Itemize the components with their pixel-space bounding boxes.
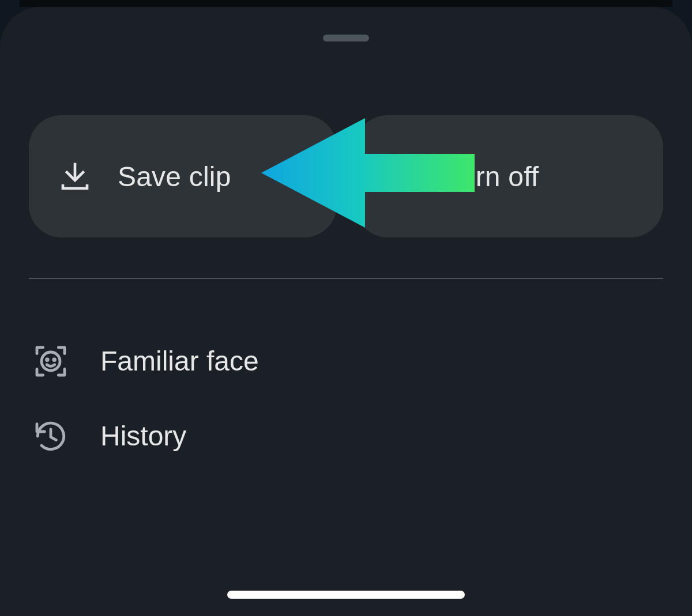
history-item[interactable]: History bbox=[29, 399, 663, 474]
options-list: Familiar face History bbox=[29, 324, 663, 474]
familiar-face-item[interactable]: Familiar face bbox=[29, 324, 663, 399]
save-clip-button[interactable]: Save clip bbox=[29, 115, 337, 237]
power-icon bbox=[385, 160, 418, 192]
history-icon bbox=[32, 418, 69, 455]
svg-point-1 bbox=[47, 359, 48, 361]
history-label: History bbox=[100, 420, 186, 452]
home-indicator[interactable] bbox=[227, 591, 465, 599]
svg-point-2 bbox=[54, 359, 55, 361]
top-bar-backing bbox=[20, 0, 672, 7]
face-scan-icon bbox=[32, 343, 69, 380]
download-icon bbox=[59, 160, 91, 192]
turn-off-label: Turn off bbox=[444, 161, 539, 192]
save-clip-label: Save clip bbox=[118, 161, 231, 192]
turn-off-button[interactable]: Turn off bbox=[355, 115, 663, 237]
action-buttons-row: Save clip Turn off bbox=[29, 115, 663, 237]
divider bbox=[29, 278, 663, 279]
familiar-face-label: Familiar face bbox=[100, 345, 259, 377]
bottom-sheet: Save clip Turn off bbox=[0, 7, 692, 616]
svg-point-0 bbox=[42, 352, 60, 371]
drag-handle[interactable] bbox=[323, 35, 369, 41]
